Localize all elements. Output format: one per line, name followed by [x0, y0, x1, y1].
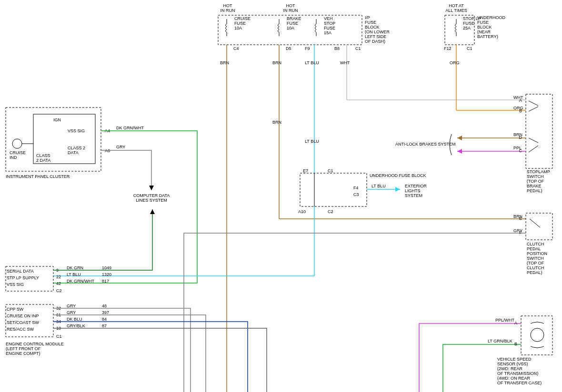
col-org: ORG	[450, 60, 460, 65]
ipc-label: INSTRUMENT PANEL CLUSTER	[6, 174, 70, 179]
ecm-vss: VSS SIG	[7, 282, 24, 287]
svg-point-9	[12, 139, 22, 148]
ecm-res: RES/ACC SW	[7, 327, 34, 332]
col-dkgrnwht: DK GRN/WHT	[116, 126, 144, 130]
ext-lights: EXTERIORLIGHTSSYSTEM	[405, 184, 427, 198]
ecm-col4: GRY	[67, 304, 76, 308]
svg-marker-16	[457, 136, 462, 140]
ecm-code4: 48	[102, 304, 107, 308]
svg-rect-15	[526, 94, 552, 168]
ipc-class2b: CLASS2 DATA	[36, 153, 50, 163]
pin-b8: B8	[334, 46, 340, 51]
pin-a: A	[519, 98, 522, 103]
pin-f9: F9	[305, 46, 310, 51]
col-brn2v: BRN	[272, 120, 281, 125]
pin-b2: B	[514, 342, 517, 346]
ecm-stplp: STP LP SUPPLY	[7, 275, 39, 280]
ipc-ign: IGN	[53, 118, 61, 122]
pin-c3: C3	[353, 192, 359, 197]
ecm-col7: GRY/BLK	[67, 323, 85, 328]
pin-d5: D5	[286, 46, 291, 51]
ecm-code2: 1320	[102, 272, 111, 277]
vss-label: VEHICLE SPEEDSENSOR (VSS)(2WD: REAROF TR…	[497, 357, 542, 385]
ecm-serial: SERIAL DATA	[7, 269, 34, 274]
hdr-hotall: HOT ATALL TIMES	[445, 3, 467, 13]
ipc-vss: VSS SIG	[68, 128, 85, 133]
col-brn1: BRN	[220, 60, 229, 65]
wiring-diagram: HOTIN RUN HOTIN RUN HOT ATALL TIMES CRUI…	[0, 0, 562, 392]
col-pplwht: PPL/WHT	[495, 318, 515, 323]
ecm-c1: C1	[56, 334, 62, 339]
ecm-col2: LT BLU	[67, 272, 81, 277]
clutch-label: CLUTCHPEDALPOSITIONSWITCH(TOP OFCLUTCHPE…	[527, 242, 547, 275]
svg-point-20	[531, 328, 544, 342]
ecm-p22: 22	[56, 274, 61, 279]
pin-c1b: C1	[467, 46, 472, 51]
pin-c1c: C1	[328, 168, 333, 173]
ecm-set: SET/COAST SW	[7, 320, 39, 325]
pin-a6: A6	[105, 148, 110, 153]
ecm-col5: GRY	[67, 310, 76, 315]
svg-marker-13	[395, 187, 400, 192]
pin-a10: A10	[298, 209, 306, 214]
ecm-label: ENGINE CONTROL MODULE(LEFT FRONT OFENGIN…	[6, 342, 64, 356]
ecm-code6: 84	[102, 317, 107, 322]
pin-a2: A	[514, 321, 517, 325]
fuse-brake: BRAKEFUSE10A	[287, 16, 301, 30]
fuse-vehstop: VEHSTOPFUSE15A	[324, 16, 335, 35]
svg-marker-11	[149, 186, 154, 190]
ecm-cruise: CRUISE ON INP	[7, 314, 39, 318]
ecm-code1: 1049	[102, 265, 111, 270]
fuse-ip-label: I/PFUSEBLOCK(ON LOWERLEFT SIDEOF DASH)	[365, 15, 390, 44]
pin-c2b: C2	[328, 209, 333, 214]
ecm-col3: DK GRN/WHT	[67, 279, 94, 284]
pin-c: C	[519, 148, 522, 153]
col-ltgrnblk: LT GRN/BLK	[488, 339, 512, 343]
svg-marker-17	[457, 149, 462, 154]
pin-d: D	[519, 135, 522, 140]
uh-mid-label: UNDERHOOD FUSE BLOCK	[370, 173, 426, 178]
uh-top-label: UNDERHOODFUSEBLOCK(NEARBATTERY)	[477, 15, 506, 39]
col-gry: GRY	[116, 145, 125, 149]
pin-e7: E7	[303, 168, 308, 173]
svg-marker-23	[150, 209, 155, 214]
col-ltblu2: LT BLU	[371, 184, 386, 188]
ecm-code7: 87	[102, 323, 107, 328]
hdr-hotrun1: HOTIN RUN	[221, 3, 235, 13]
pin-c4: C4	[233, 46, 239, 51]
col-brn2: BRN	[272, 60, 281, 65]
ipc-class2: CLASS 2DATA	[68, 146, 85, 155]
ecm-col6: DK BLU	[67, 317, 82, 322]
col-wht: WHT	[340, 60, 350, 65]
ecm-p42: 42	[56, 281, 61, 286]
ecm-code5: 397	[102, 310, 109, 315]
col-ltblu-v: LT BLU	[305, 139, 319, 144]
fuse-cruise: CRUISEFUSE10A	[234, 16, 251, 30]
pin-f: F	[520, 230, 522, 235]
pin-f12: F12	[444, 46, 452, 51]
pin-e: E	[519, 216, 522, 221]
pin-b: B	[519, 108, 522, 113]
ipc-cruise: CRUISEIND	[10, 150, 26, 160]
svg-rect-19	[521, 316, 552, 355]
pin-c1: C1	[355, 46, 361, 51]
ecm-col1: DK GRN	[67, 265, 83, 270]
stoplamp-label: STOPLAMPSWITCH(TOP OFBRAKEPEDAL)	[527, 169, 550, 193]
pin-f4: F4	[353, 186, 359, 190]
col-ltblu: LT BLU	[305, 60, 319, 65]
hdr-hotrun2: HOTIN RUN	[283, 3, 298, 13]
ecm-c2: C2	[56, 288, 62, 293]
ecm-cpp: CPP SW	[7, 307, 24, 312]
antilock: ANTI-LOCK BRAKES SYSTEM	[395, 142, 456, 147]
ecm-code3: 817	[102, 279, 109, 284]
computer-data: COMPUTER DATALINES SYSTEM	[133, 193, 170, 203]
